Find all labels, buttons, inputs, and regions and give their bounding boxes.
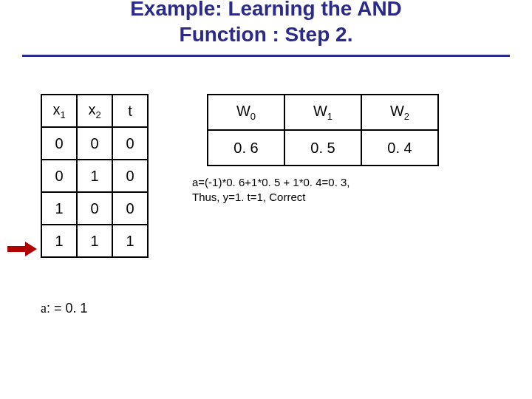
- calc-line-2: Thus, y=1. t=1, Correct: [192, 191, 305, 203]
- cell: 0: [112, 192, 148, 225]
- table-row: 1 1 1: [41, 225, 148, 257]
- cell: 0: [41, 160, 77, 192]
- cell: 1: [112, 225, 148, 257]
- title-line-1: Example: Learning the AND: [130, 0, 402, 20]
- cell: 1: [77, 160, 112, 192]
- col-x1: x1: [41, 95, 77, 127]
- cell: 0. 4: [361, 130, 438, 166]
- cell: 0: [77, 127, 112, 160]
- table-row: 0. 6 0. 5 0. 4: [208, 130, 438, 166]
- col-t: t: [112, 95, 148, 127]
- and-truth-table: x1 x2 t 0 0 0 0 1 0 1 0 0 1 1 1: [41, 94, 149, 258]
- calc-line-1: a=(-1)*0. 6+1*0. 5 + 1*0. 4=0. 3,: [192, 176, 350, 188]
- svg-marker-0: [7, 242, 37, 256]
- alpha-symbol: a: [41, 301, 47, 316]
- cell: 0: [112, 127, 148, 160]
- cell: 1: [77, 225, 112, 257]
- table-header-row: W0 W1 W2: [208, 95, 438, 130]
- cell: 0: [112, 160, 148, 192]
- cell: 0. 5: [284, 130, 361, 166]
- title-line-2: Function : Step 2.: [180, 23, 353, 46]
- col-x2: x2: [77, 95, 112, 127]
- weights-table: W0 W1 W2 0. 6 0. 5 0. 4: [207, 94, 439, 166]
- cell: 0: [41, 127, 77, 160]
- title-divider: [22, 55, 510, 57]
- col-w0: W0: [208, 95, 284, 130]
- col-w1: W1: [284, 95, 361, 130]
- table-row: 0 1 0: [41, 160, 148, 192]
- table-row: 1 0 0: [41, 192, 148, 225]
- alpha-value: : = 0. 1: [47, 301, 88, 316]
- table-row: 0 0 0: [41, 127, 148, 160]
- calculation-text: a=(-1)*0. 6+1*0. 5 + 1*0. 4=0. 3, Thus, …: [192, 175, 350, 205]
- col-w2: W2: [361, 95, 438, 130]
- active-row-arrow-icon: [7, 242, 37, 256]
- cell: 1: [41, 225, 77, 257]
- alpha-label: a: = 0. 1: [41, 301, 88, 316]
- cell: 0: [77, 192, 112, 225]
- slide-title: Example: Learning the AND Function : Ste…: [0, 0, 532, 47]
- cell: 1: [41, 192, 77, 225]
- cell: 0. 6: [208, 130, 284, 166]
- table-header-row: x1 x2 t: [41, 95, 148, 127]
